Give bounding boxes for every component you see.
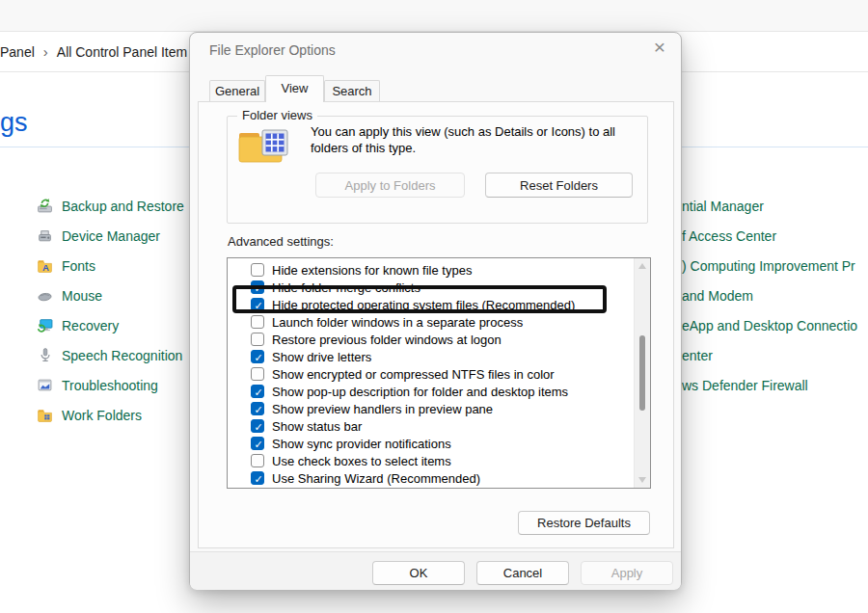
cp-item-partial[interactable]: eApp and Desktop Connectio — [682, 310, 857, 340]
scroll-up-icon[interactable] — [638, 263, 646, 269]
svg-text:A: A — [42, 262, 49, 273]
advanced-settings-list: Hide extensions for known file typesHide… — [227, 257, 651, 489]
checkbox-unchecked-icon[interactable] — [251, 263, 264, 277]
checkbox-checked-icon[interactable] — [251, 350, 264, 363]
cp-item-label: Backup and Restore — [62, 199, 184, 214]
cp-item-work-folders[interactable]: Work Folders — [37, 400, 184, 430]
advanced-setting-row[interactable]: Launch folder windows in a separate proc… — [228, 313, 634, 331]
cp-item-label: Recovery — [62, 318, 119, 333]
advanced-setting-label: Use check boxes to select items — [272, 454, 451, 468]
device-manager-icon — [37, 227, 53, 244]
advanced-setting-label: Launch folder windows in a separate proc… — [272, 315, 523, 330]
scroll-down-icon[interactable] — [638, 477, 646, 483]
checkbox-checked-icon[interactable] — [251, 298, 264, 311]
advanced-setting-row[interactable]: Hide extensions for known file types — [228, 261, 634, 279]
advanced-setting-row[interactable]: Restore previous folder windows at logon — [228, 331, 634, 348]
advanced-setting-label: Show encrypted or compressed NTFS files … — [272, 367, 555, 382]
advanced-setting-row[interactable]: Show preview handlers in preview pane — [228, 400, 634, 417]
checkbox-unchecked-icon[interactable] — [251, 315, 264, 329]
cp-item-recovery[interactable]: Recovery — [37, 310, 184, 340]
advanced-setting-label: Show pop-up description for folder and d… — [272, 385, 568, 399]
apply-to-folders-button[interactable]: Apply to Folders — [315, 173, 465, 198]
mouse-icon — [37, 287, 53, 304]
dialog-button-strip: OK Cancel Apply — [190, 551, 681, 590]
cp-item-speech-recognition[interactable]: Speech Recognition — [37, 340, 184, 370]
advanced-setting-row[interactable]: Show sync provider notifications — [228, 435, 634, 452]
advanced-settings-rows: Hide extensions for known file typesHide… — [228, 261, 634, 487]
cp-item-device-manager[interactable]: Device Manager — [37, 221, 184, 251]
checkbox-checked-icon[interactable] — [251, 419, 264, 433]
cp-item-partial[interactable]: and Modem — [682, 280, 857, 310]
screen: Panel › All Control Panel Item gs Backup… — [0, 0, 868, 613]
troubleshooting-icon — [37, 377, 53, 393]
folder-views-legend: Folder views — [237, 108, 317, 122]
scrollbar[interactable] — [634, 258, 650, 488]
checkbox-checked-icon[interactable] — [251, 437, 264, 450]
cp-item-backup-and-restore[interactable]: Backup and Restore — [37, 191, 184, 221]
cp-item-label: Mouse — [62, 288, 102, 304]
advanced-setting-row[interactable]: Hide protected operating system files (R… — [228, 296, 634, 313]
checkbox-checked-icon[interactable] — [251, 471, 264, 485]
cp-item-label: Troubleshooting — [62, 378, 158, 393]
folder-views-description: You can apply this view (such as Details… — [311, 123, 643, 156]
breadcrumb-segment-all-items[interactable]: All Control Panel Item — [57, 44, 187, 60]
advanced-setting-label: Hide extensions for known file types — [272, 263, 472, 278]
advanced-setting-label: Use Sharing Wizard (Recommended) — [272, 471, 480, 486]
checkbox-unchecked-icon[interactable] — [251, 454, 264, 467]
advanced-setting-row[interactable]: Use Sharing Wizard (Recommended) — [228, 469, 634, 487]
page-title-fragment: gs — [0, 108, 28, 138]
advanced-setting-label: Hide folder merge conflicts — [272, 280, 420, 295]
cp-item-label: Speech Recognition — [62, 348, 182, 363]
advanced-setting-label: Show preview handlers in preview pane — [272, 402, 493, 416]
advanced-setting-row[interactable]: Show status bar — [228, 417, 634, 435]
checkbox-checked-icon[interactable] — [251, 385, 264, 398]
ok-button[interactable]: OK — [372, 561, 465, 585]
checkbox-checked-icon[interactable] — [251, 280, 264, 294]
cp-item-partial[interactable]: ntial Manager — [682, 191, 857, 221]
work-folders-icon — [37, 407, 53, 423]
advanced-setting-row[interactable]: Hide folder merge conflicts — [228, 279, 634, 296]
control-panel-left-column: Backup and RestoreDevice ManagerAFontsMo… — [37, 191, 184, 430]
control-panel-right-column: ntial Managerf Access Center) Computing … — [682, 191, 857, 400]
folder-view-icon — [238, 127, 288, 164]
scrollbar-thumb[interactable] — [639, 335, 645, 411]
advanced-setting-row[interactable]: Show encrypted or compressed NTFS files … — [228, 365, 634, 383]
checkbox-unchecked-icon[interactable] — [251, 367, 264, 381]
view-tab-page: Folder views You can apply this view (s — [198, 101, 674, 548]
window-topbar — [0, 0, 868, 32]
advanced-settings-label: Advanced settings: — [228, 234, 334, 249]
cp-item-label: Work Folders — [62, 408, 142, 423]
cp-item-partial[interactable]: ) Computing Improvement Pr — [682, 251, 857, 280]
fonts-icon: A — [37, 257, 53, 274]
cp-item-fonts[interactable]: AFonts — [37, 251, 184, 280]
cp-item-partial[interactable]: f Access Center — [682, 221, 857, 251]
advanced-setting-row[interactable]: Show pop-up description for folder and d… — [228, 383, 634, 400]
advanced-setting-label: Show sync provider notifications — [272, 437, 451, 451]
dialog-title: File Explorer Options — [209, 42, 336, 58]
reset-folders-button[interactable]: Reset Folders — [485, 173, 633, 198]
advanced-setting-row[interactable]: Use check boxes to select items — [228, 452, 634, 469]
cp-item-troubleshooting[interactable]: Troubleshooting — [37, 370, 184, 400]
advanced-setting-label: Restore previous folder windows at logon — [272, 333, 502, 347]
cp-item-label: Device Manager — [62, 228, 160, 244]
cp-item-partial[interactable]: ws Defender Firewall — [682, 370, 857, 400]
advanced-setting-row[interactable]: Show drive letters — [228, 348, 634, 365]
advanced-setting-label: Show drive letters — [272, 350, 371, 364]
checkbox-checked-icon[interactable] — [251, 402, 264, 415]
checkbox-unchecked-icon[interactable] — [251, 333, 264, 346]
tab-general[interactable]: General — [209, 80, 265, 101]
cancel-button[interactable]: Cancel — [476, 561, 569, 585]
restore-defaults-button[interactable]: Restore Defaults — [518, 511, 650, 535]
close-icon[interactable]: × — [654, 37, 665, 57]
file-explorer-options-dialog: File Explorer Options × General View Sea… — [189, 32, 682, 590]
recovery-icon — [37, 317, 53, 333]
tab-search[interactable]: Search — [324, 80, 380, 101]
cp-item-partial[interactable]: enter — [682, 340, 857, 370]
breadcrumb-segment-panel[interactable]: Panel — [0, 44, 35, 60]
cp-item-mouse[interactable]: Mouse — [37, 280, 184, 310]
advanced-setting-label: Show status bar — [272, 419, 362, 434]
backup-restore-icon — [37, 198, 53, 214]
chevron-right-icon: › — [43, 43, 48, 60]
tab-view[interactable]: View — [265, 75, 324, 102]
apply-button[interactable]: Apply — [581, 561, 673, 585]
